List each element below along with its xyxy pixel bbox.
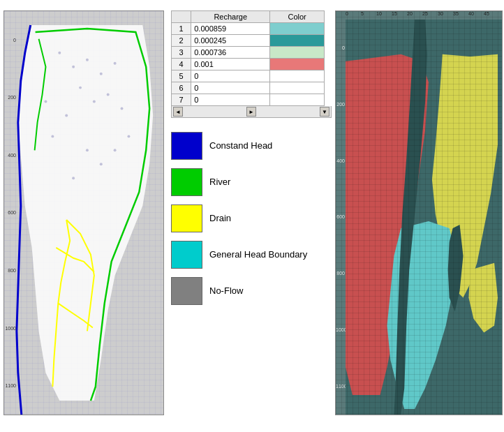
- legend-swatch: [171, 241, 202, 269]
- svg-point-15: [114, 149, 117, 151]
- table-footer: ◄ ► ▼: [171, 106, 332, 118]
- table-row: 10.000859: [172, 23, 325, 35]
- table-cell-color: [270, 59, 325, 70]
- legend-swatch: [171, 277, 202, 305]
- table-row: 60: [172, 82, 325, 94]
- table-cell-recharge: 0: [191, 70, 270, 82]
- middle-panel: Recharge Color 10.00085920.00024530.0007…: [164, 0, 332, 432]
- legend-label: River: [209, 177, 230, 188]
- left-map: 020040060080010001100: [3, 10, 164, 415]
- table-cell-recharge: 0: [191, 82, 270, 94]
- table-row: 30.000736: [172, 47, 325, 59]
- recharge-table-container: Recharge Color 10.00085920.00024530.0007…: [171, 10, 332, 118]
- table-row: 70: [172, 94, 325, 106]
- table-scroll-right[interactable]: ►: [246, 107, 256, 117]
- table-cell-id: 4: [172, 59, 191, 70]
- table-cell-color: [270, 70, 325, 82]
- legend-swatch: [171, 132, 202, 160]
- table-cell-recharge: 0.000736: [191, 47, 270, 59]
- table-cell-id: 2: [172, 35, 191, 47]
- legend-label: Drain: [209, 213, 231, 225]
- table-cell-id: 1: [172, 23, 191, 35]
- legend-label: No-Flow: [209, 285, 243, 297]
- svg-point-14: [127, 135, 130, 137]
- table-header-recharge: Recharge: [191, 11, 270, 23]
- legend-item: River: [171, 168, 332, 196]
- table-cell-color: [270, 23, 325, 35]
- svg-point-16: [100, 163, 103, 165]
- table-scroll-left[interactable]: ◄: [173, 107, 183, 117]
- table-cell-recharge: 0.000859: [191, 23, 270, 35]
- legend-label: General Head Boundary: [209, 249, 307, 261]
- legend-item: Drain: [171, 204, 332, 232]
- legend-swatch: [171, 204, 202, 232]
- left-axis-labels: 020040060080010001100: [4, 11, 17, 415]
- svg-point-2: [58, 52, 61, 54]
- table-cell-recharge: 0.001: [191, 59, 270, 70]
- table-cell-id: 3: [172, 47, 191, 59]
- svg-point-10: [121, 107, 124, 110]
- right-axis-labels: 020040060080010001100: [336, 20, 346, 415]
- table-cell-id: 7: [172, 94, 191, 106]
- right-ruler-top: 0 5 10 15 20 25 30 35 40 45: [346, 11, 502, 20]
- svg-point-9: [107, 94, 110, 96]
- table-header-id: [172, 11, 191, 23]
- table-cell-color: [270, 47, 325, 59]
- svg-point-13: [51, 135, 54, 137]
- left-map-svg: [4, 11, 163, 415]
- svg-point-7: [79, 87, 82, 89]
- table-cell-color: [270, 82, 325, 94]
- svg-point-4: [86, 59, 89, 61]
- table-cell-id: 6: [172, 82, 191, 94]
- svg-point-8: [93, 100, 96, 103]
- svg-point-12: [44, 100, 47, 103]
- table-row: 20.000245: [172, 35, 325, 47]
- table-cell-color: [270, 94, 325, 106]
- table-scroll-down-footer[interactable]: ▼: [320, 107, 329, 117]
- table-row: 50: [172, 70, 325, 82]
- svg-point-3: [72, 66, 75, 68]
- legend-label: Constand Head: [209, 140, 272, 152]
- svg-point-5: [100, 73, 103, 75]
- table-cell-color: [270, 35, 325, 47]
- legend: Constand HeadRiverDrainGeneral Head Boun…: [171, 132, 332, 305]
- table-cell-recharge: 0.000245: [191, 35, 270, 47]
- table-cell-recharge: 0: [191, 94, 270, 106]
- table-header-color: Color: [270, 11, 325, 23]
- svg-point-11: [65, 114, 68, 117]
- main-container: 020040060080010001100 Recharge Color 10.…: [0, 0, 504, 432]
- right-map-svg: [346, 20, 502, 415]
- legend-item: General Head Boundary: [171, 241, 332, 269]
- svg-point-18: [72, 177, 75, 179]
- recharge-table: Recharge Color 10.00085920.00024530.0007…: [171, 10, 325, 106]
- legend-item: No-Flow: [171, 277, 332, 305]
- right-map: 0 5 10 15 20 25 30 35 40 45 020040060080…: [335, 10, 503, 415]
- table-row: 40.001: [172, 59, 325, 70]
- table-cell-id: 5: [172, 70, 191, 82]
- legend-swatch: [171, 168, 202, 196]
- legend-item: Constand Head: [171, 132, 332, 160]
- svg-point-17: [86, 149, 89, 151]
- svg-point-6: [114, 62, 117, 65]
